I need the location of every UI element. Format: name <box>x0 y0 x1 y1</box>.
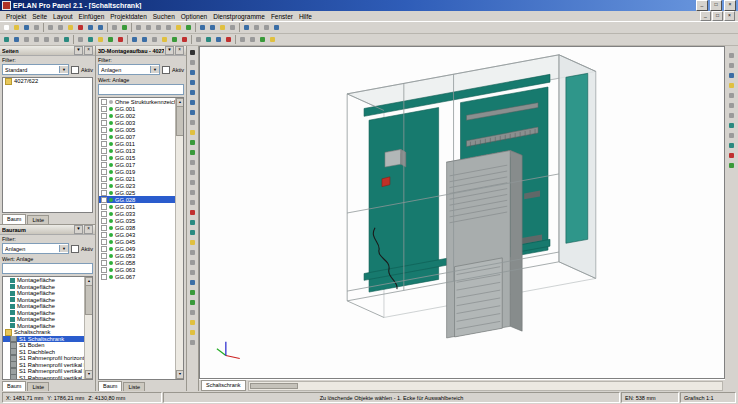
mirror-icon[interactable] <box>150 35 159 44</box>
tab-liste[interactable]: Liste <box>27 382 49 391</box>
settings-tool-icon[interactable] <box>188 338 197 347</box>
zoom-previous-icon[interactable] <box>727 61 736 70</box>
montage-item[interactable]: GG.045 <box>99 238 183 245</box>
refresh-icon[interactable] <box>188 298 197 307</box>
move-tool-icon[interactable] <box>188 158 197 167</box>
minimize-button[interactable]: _ <box>696 0 708 11</box>
close-button[interactable]: × <box>724 0 736 11</box>
dimension-icon[interactable] <box>188 138 197 147</box>
montage-panel-menu-icon[interactable]: ▼ <box>165 46 174 55</box>
view-isometric-icon[interactable] <box>727 121 736 130</box>
placement-area-icon[interactable] <box>204 35 213 44</box>
parts-filter-dropdown[interactable]: Anlagen ▼ <box>2 243 69 254</box>
copy-3d-icon[interactable] <box>140 35 149 44</box>
import-icon[interactable] <box>188 328 197 337</box>
pages-filter-dropdown[interactable]: Standard ▼ <box>2 64 69 75</box>
tab-baum[interactable]: Baum <box>98 381 122 391</box>
montage-list[interactable]: ▲ ▼ Ohne StrukturkennzeichenGG.001GG.002… <box>98 97 184 380</box>
export-3d-icon[interactable] <box>268 35 277 44</box>
polyline-icon[interactable] <box>188 78 197 87</box>
circle-icon[interactable] <box>188 98 197 107</box>
montage-item[interactable]: GG.031 <box>99 203 183 210</box>
export-icon[interactable] <box>188 318 197 327</box>
mdi-restore-button[interactable]: □ <box>712 11 723 21</box>
mdi-close-button[interactable]: × <box>724 11 735 21</box>
view-tab-schaltschrank[interactable]: Schaltschrank <box>201 380 246 391</box>
tree-item[interactable]: S1 Rahmenprofil vertikal rechts hi <box>3 375 92 381</box>
montage-item[interactable]: GG.049 <box>99 245 183 252</box>
group-icon[interactable] <box>188 218 197 227</box>
visibility-icon[interactable] <box>214 35 223 44</box>
montage-panel-close-icon[interactable]: × <box>175 46 184 55</box>
parts-panel-menu-icon[interactable]: ▼ <box>74 225 83 234</box>
insert-busbar-icon[interactable] <box>116 35 125 44</box>
montage-item[interactable]: GG.025 <box>99 189 183 196</box>
hidden-line-icon[interactable] <box>52 35 61 44</box>
copy-icon[interactable] <box>56 23 65 32</box>
hide-part-icon[interactable] <box>727 151 736 160</box>
zoom-area-icon[interactable] <box>188 58 197 67</box>
zoom-in-icon[interactable] <box>144 23 153 32</box>
update-parts-icon[interactable] <box>258 35 267 44</box>
pages-active-checkbox[interactable] <box>71 66 79 74</box>
zoom-all-icon[interactable] <box>727 51 736 60</box>
show-all-icon[interactable] <box>727 161 736 170</box>
montage-item[interactable]: GG.033 <box>99 210 183 217</box>
save-icon[interactable] <box>22 23 31 32</box>
menu-hilfe[interactable]: Hilfe <box>296 13 315 20</box>
measure-tool-icon[interactable] <box>188 148 197 157</box>
image-icon[interactable] <box>188 128 197 137</box>
prev-page-icon[interactable] <box>198 23 207 32</box>
dropdown-arrow-icon[interactable]: ▼ <box>150 66 159 73</box>
montage-item[interactable]: GG.003 <box>99 119 183 126</box>
parts-tree[interactable]: ▲ ▼ MontageflächeMontageflächeMontageflä… <box>2 276 93 380</box>
redo-icon[interactable] <box>96 23 105 32</box>
montage-item[interactable]: GG.013 <box>99 147 183 154</box>
montage-item[interactable]: GG.053 <box>99 252 183 259</box>
parts-panel-close-icon[interactable]: × <box>84 225 93 234</box>
print-view-icon[interactable] <box>188 308 197 317</box>
scroll-down-icon[interactable]: ▼ <box>176 370 184 379</box>
pan-icon[interactable] <box>174 23 183 32</box>
arc-icon[interactable] <box>188 88 197 97</box>
scroll-down-icon[interactable]: ▼ <box>85 370 93 379</box>
ortho-icon[interactable] <box>188 268 197 277</box>
montage-item[interactable]: GG.063 <box>99 266 183 273</box>
drill-pattern-icon[interactable] <box>180 35 189 44</box>
tab-baum[interactable]: Baum <box>2 214 26 224</box>
zoom-out-icon[interactable] <box>154 23 163 32</box>
copy-tool-icon[interactable] <box>188 168 197 177</box>
menu-einfgen[interactable]: Einfügen <box>76 13 108 20</box>
mdi-minimize-button[interactable]: _ <box>700 11 711 21</box>
view-top-icon[interactable] <box>727 91 736 100</box>
settings-icon[interactable] <box>262 23 271 32</box>
update-icon[interactable] <box>188 288 197 297</box>
parts-value-input[interactable] <box>2 263 93 274</box>
goto-icon[interactable] <box>120 23 129 32</box>
print-icon[interactable] <box>32 23 41 32</box>
view-front-icon[interactable] <box>32 35 41 44</box>
insert-mounting-rail-icon[interactable] <box>96 35 105 44</box>
montage-panel-header[interactable]: 3D-Montageaufbau - 4027/101 ▼ × <box>96 46 186 56</box>
ungroup-icon[interactable] <box>188 228 197 237</box>
pan-3d-icon[interactable] <box>727 81 736 90</box>
page-navigator-icon[interactable] <box>218 23 227 32</box>
open-icon[interactable] <box>12 23 21 32</box>
next-page-icon[interactable] <box>208 23 217 32</box>
menu-fenster[interactable]: Fenster <box>268 13 296 20</box>
montage-item[interactable]: GG.028 <box>99 196 183 203</box>
maximize-button[interactable]: □ <box>710 0 722 11</box>
view-southeast-icon[interactable] <box>22 35 31 44</box>
stretch-icon[interactable] <box>188 198 197 207</box>
pages-panel-close-icon[interactable]: × <box>84 46 93 55</box>
montage-item[interactable]: GG.035 <box>99 217 183 224</box>
montage-item[interactable]: GG.038 <box>99 224 183 231</box>
montage-item[interactable]: GG.021 <box>99 175 183 182</box>
viewport-3d[interactable] <box>199 46 725 379</box>
pages-panel-header[interactable]: Seiten ▼ × <box>0 46 95 56</box>
properties-icon[interactable] <box>242 23 251 32</box>
new-icon[interactable] <box>2 23 11 32</box>
insert-wire-duct-icon[interactable] <box>106 35 115 44</box>
shaded-icon[interactable] <box>62 35 71 44</box>
montage-active-checkbox[interactable] <box>162 66 170 74</box>
